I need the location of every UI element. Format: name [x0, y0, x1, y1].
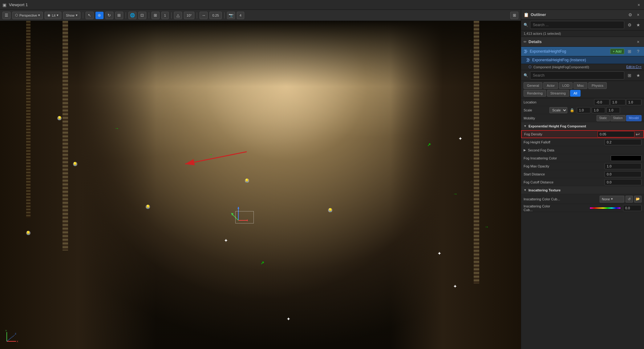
perspective-btn[interactable]: ⬡ Perspective ▾ [12, 12, 43, 19]
grid-size-btn[interactable]: 1 [161, 12, 169, 19]
maximize-icon: ⊞ [513, 13, 516, 18]
main-layout: ☰ ⬡ Perspective ▾ ◉ Lit ▾ Show ▾ [0, 10, 644, 349]
start-distance-input[interactable] [605, 171, 642, 177]
location-x-input[interactable] [594, 99, 610, 105]
scale-icon-btn2[interactable]: ↔ [200, 12, 208, 19]
perspective-dropdown-icon: ▾ [38, 13, 40, 17]
tab-physics[interactable]: Physics [588, 82, 607, 89]
fog-cutoff-input[interactable] [605, 179, 642, 185]
filter-tabs: General Actor LOD Misc Physics Rendering… [521, 81, 644, 98]
edit-cpp-btn[interactable]: Edit in C++ [626, 65, 642, 69]
location-values [594, 99, 642, 105]
chain-second-left [26, 21, 30, 218]
outliner-star-btn[interactable]: ★ [635, 22, 642, 28]
inscattering-section[interactable]: ▼ Inscattering Texture [521, 186, 644, 194]
actor-row[interactable]: 🌫 ExponentialHeightFog + Add ⊞ ? [521, 47, 644, 56]
dropdown-chevron-icon: ▾ [611, 197, 613, 201]
camera-speed-btn[interactable]: 4 [237, 12, 244, 19]
hamburger-menu-btn[interactable]: ☰ [2, 12, 10, 19]
outliner-close-btn[interactable]: × [635, 11, 642, 18]
details-layout-btn[interactable]: ⊞ [626, 72, 633, 79]
tab-general[interactable]: General [524, 82, 542, 89]
fog-height-falloff-input[interactable] [605, 139, 642, 145]
mobility-movable-btn[interactable]: Movabl [626, 115, 642, 121]
scale-value: 0.25 [212, 14, 219, 17]
filter-row-1: General Actor LOD Misc Physics [524, 82, 642, 89]
tab-lod[interactable]: LOD [559, 82, 573, 89]
viewport-canvas[interactable]: ✦ ✦ ✦ ✦ ✦ → → ↗ → → ↗ 💡 💡 💡 💡 💡 💡 [0, 21, 521, 349]
world-local-btn[interactable]: 🌐 [128, 12, 136, 19]
sep2 [126, 12, 126, 18]
inscattering-cub2-input[interactable] [623, 205, 642, 211]
outliner-search-input[interactable] [530, 21, 624, 29]
details-star-btn[interactable]: ★ [635, 72, 642, 79]
fog-inscattering-label: Fog Inscattering Color [524, 156, 611, 160]
camera-btn[interactable]: 📷 [227, 12, 235, 19]
details-header: ✏ Details × [521, 37, 644, 47]
details-close-btn[interactable]: × [635, 38, 642, 45]
show-label: Show [66, 14, 75, 17]
outliner-settings2-btn[interactable]: ⚙ [626, 22, 633, 28]
scale-tool-btn[interactable]: ⊞ [115, 12, 123, 19]
outliner-settings-btn[interactable]: ⚙ [627, 11, 634, 18]
sparkle-3: ✦ [224, 238, 228, 243]
tab-misc[interactable]: Misc [573, 82, 587, 89]
inscattering-reset-btn[interactable]: ↺ [626, 196, 633, 203]
sparkle-1: ✦ [437, 251, 441, 256]
inscattering-cub1-row: Inscattering Color Cub... None ▾ ↺ 📂 [521, 194, 644, 204]
select-tool-btn[interactable]: ↖ [86, 12, 94, 19]
location-z-input[interactable] [626, 99, 642, 105]
fog-height-falloff-label: Fog Height Falloff [524, 140, 605, 144]
second-fog-row[interactable]: ▶ Second Fog Data [521, 146, 644, 154]
maximize-btn[interactable]: ⊞ [510, 12, 518, 19]
location-y-input[interactable] [610, 99, 626, 105]
annotation-arrow [167, 146, 253, 171]
scale-y-input[interactable] [592, 107, 605, 113]
tab-all[interactable]: All [570, 90, 581, 97]
angle-icon-btn[interactable]: △ [174, 12, 182, 19]
scale-z-input[interactable] [606, 107, 620, 113]
fog-density-reset-btn[interactable]: ↩ [634, 131, 641, 137]
mobility-station-btn[interactable]: Station [610, 115, 626, 121]
tab-actor[interactable]: Actor [543, 82, 558, 89]
tab-streaming[interactable]: Streaming [547, 90, 569, 97]
fog-density-input[interactable] [597, 131, 634, 137]
scale-value-btn[interactable]: 0.25 [209, 12, 221, 19]
show-btn[interactable]: Show ▾ [63, 12, 80, 19]
title-bar-close-btn[interactable]: × [636, 2, 642, 8]
actor-help-btn[interactable]: ? [635, 48, 642, 55]
translate-icon: ⊕ [98, 13, 101, 18]
fog-inscattering-color-swatch[interactable] [611, 155, 642, 161]
translate-tool-btn[interactable]: ⊕ [95, 12, 103, 19]
fog-max-opacity-input[interactable] [605, 163, 642, 169]
globe-icon: 🌐 [130, 13, 135, 18]
actor-expand-btn[interactable]: ⊞ [626, 48, 633, 55]
actor-icon-2: 💡 [73, 162, 77, 166]
rotate-icon: ↻ [107, 13, 111, 18]
fog-component-section[interactable]: ▼ Exponential Height Fog Component [521, 122, 644, 130]
lit-btn[interactable]: ◉ Lit ▾ [45, 12, 61, 19]
grid-btn[interactable]: ⊞ [152, 12, 160, 19]
add-component-btn[interactable]: + Add [610, 49, 624, 54]
instance-row[interactable]: 🌫 ExponentialHeightFog (Instance) [521, 56, 644, 64]
green-arrow-5: → [484, 224, 489, 229]
surface-snapping-btn[interactable]: ⊡ [138, 12, 146, 19]
inscattering-browse-btn[interactable]: 📂 [634, 196, 642, 203]
viewport-icon-small: ▣ [2, 2, 6, 7]
scale-dropdown[interactable]: Scale [549, 107, 567, 113]
actor-icon-5: 💡 [245, 179, 249, 183]
scale-icon: ⊞ [117, 13, 121, 18]
fog-cutoff-row: Fog Cutoff Distance [521, 178, 644, 186]
properties-area[interactable]: Location Scale Scale 🔒 Mo [521, 98, 644, 349]
tab-rendering[interactable]: Rendering [524, 90, 546, 97]
grid-size-label: 1 [164, 14, 166, 17]
details-search-input[interactable] [530, 71, 624, 79]
angle-value-btn[interactable]: 10° [184, 12, 195, 19]
surface-icon: ⊡ [140, 13, 144, 18]
sep5 [197, 12, 197, 18]
mobility-static-btn[interactable]: Static [597, 115, 610, 121]
scale-x-input[interactable] [577, 107, 590, 113]
sparkle-5: ✦ [286, 316, 290, 322]
inscattering-cub1-dropdown[interactable]: None ▾ [600, 196, 624, 203]
rotate-tool-btn[interactable]: ↻ [105, 12, 113, 19]
